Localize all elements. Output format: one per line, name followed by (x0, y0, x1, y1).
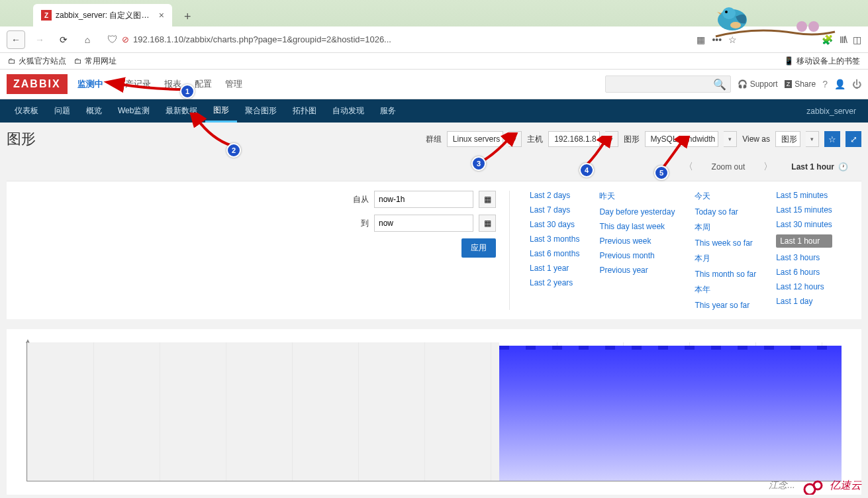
menu-reports[interactable]: 报表 (164, 78, 181, 90)
home-button[interactable]: ⌂ (78, 30, 97, 49)
subnav-problems[interactable]: 问题 (46, 99, 78, 123)
back-button[interactable]: ← (7, 30, 25, 49)
time-next-button[interactable]: 〉 (758, 161, 778, 173)
mobile-icon: 📱 (784, 56, 794, 66)
browser-tab[interactable]: Z zabbix_server: 自定义图表 [每 × (33, 4, 172, 26)
subnav-graphs[interactable]: 图形 (205, 99, 237, 123)
quick-range-link[interactable]: Last 1 year (530, 264, 579, 273)
favorite-button[interactable]: ☆ (824, 131, 840, 147)
viewas-label: View as (742, 134, 770, 144)
watermark-logo-icon (799, 476, 826, 495)
subnav-latest[interactable]: 最新数据 (158, 99, 205, 123)
to-input[interactable] (374, 215, 473, 232)
quick-range-link[interactable]: Previous week (599, 236, 675, 246)
chevron-down-icon[interactable]: ▾ (806, 131, 819, 147)
share-link[interactable]: ZShare (785, 79, 816, 89)
quick-range-link[interactable]: Previous year (599, 266, 675, 275)
subnav-overview[interactable]: 概览 (78, 99, 110, 123)
more-icon[interactable]: ••• (712, 34, 722, 45)
menu-inventory[interactable]: 资产记录 (117, 78, 151, 90)
help-icon[interactable]: ? (822, 79, 828, 89)
power-icon[interactable]: ⏻ (852, 79, 861, 89)
quick-range-link[interactable]: Last 30 days (530, 220, 579, 229)
group-select[interactable]: Linux servers (447, 131, 503, 147)
support-link[interactable]: 🎧Support (738, 79, 778, 89)
quick-range-link[interactable]: Last 3 hours (776, 253, 832, 262)
quick-range-link[interactable]: 本月 (695, 253, 756, 264)
sidebar-icon[interactable]: ◫ (853, 34, 861, 45)
quick-range-link[interactable]: Last 30 minutes (776, 220, 832, 229)
calendar-icon[interactable]: ▦ (479, 215, 496, 232)
reader-icon[interactable]: ▦ (697, 34, 705, 45)
quick-range-link[interactable]: 昨天 (599, 191, 675, 202)
quick-range-link[interactable]: Last 6 hours (776, 268, 832, 277)
search-input[interactable]: 🔍 (605, 75, 731, 93)
subnav-maps[interactable]: 拓扑图 (285, 99, 324, 123)
quick-range-link[interactable]: Today so far (695, 207, 756, 217)
calendar-icon[interactable]: ▦ (479, 191, 496, 208)
quick-range-link[interactable]: Last 2 days (530, 191, 579, 200)
library-icon[interactable]: Ⅲ\ (840, 34, 846, 45)
group-label: 群组 (426, 134, 442, 145)
clock-icon: 🕐 (838, 162, 848, 172)
bookmark-star-icon[interactable]: ☆ (728, 34, 737, 45)
menu-monitoring[interactable]: 监测中 (77, 78, 103, 90)
reload-button[interactable]: ⟳ (54, 30, 73, 49)
quick-range-link[interactable]: 今天 (695, 191, 756, 202)
subnav-web[interactable]: Web监测 (110, 99, 158, 123)
quick-range-link[interactable]: Last 15 minutes (776, 205, 832, 215)
quick-range-link[interactable]: Last 3 months (530, 234, 579, 244)
zabbix-logo[interactable]: ZABBIX (7, 74, 68, 94)
menu-config[interactable]: 配置 (195, 78, 212, 90)
menu-admin[interactable]: 管理 (225, 78, 242, 90)
address-bar: ← → ⟳ ⌂ 🛡 ⊘ 192.168.1.10/zabbix/charts.p… (0, 26, 868, 53)
shield-icon[interactable]: 🛡 (107, 34, 118, 46)
subnav-screens[interactable]: 聚合图形 (237, 99, 285, 123)
quick-range-link[interactable]: Day before yesterday (599, 207, 675, 217)
chart[interactable]: ▲ (26, 342, 842, 481)
time-current[interactable]: Last 1 hour🕐 (791, 162, 848, 172)
bookmark-item[interactable]: 🗀火狐官方站点 (8, 56, 66, 67)
host-select[interactable]: 192.168.1.8 (548, 131, 599, 147)
quick-range-link[interactable]: 本年 (695, 284, 756, 295)
chevron-down-icon[interactable]: ▾ (508, 131, 522, 147)
quick-range-link[interactable]: This week so far (695, 238, 756, 248)
quick-range-link[interactable]: This day last week (599, 222, 675, 231)
url-box[interactable]: 🛡 ⊘ 192.168.1.10/zabbix/charts.php?page=… (102, 30, 691, 50)
time-prev-button[interactable]: 〈 (679, 161, 699, 173)
subnav-dashboard[interactable]: 仪表板 (7, 99, 46, 123)
watermark: 江念... 亿速云 (769, 476, 861, 495)
graph-label: 图形 (624, 134, 640, 145)
mobile-bookmarks[interactable]: 📱移动设备上的书签 (784, 56, 860, 67)
graph-select[interactable]: MySQL bandwidth (645, 131, 719, 147)
quick-range-link[interactable]: Last 1 day (776, 297, 832, 306)
quick-range-link[interactable]: Last 1 hour (776, 234, 832, 248)
chevron-down-icon[interactable]: ▾ (724, 131, 737, 147)
quick-range-link[interactable]: Last 6 months (530, 249, 579, 258)
server-name: zabbix_server (806, 107, 861, 116)
zoom-out-button[interactable]: Zoom out (712, 162, 746, 172)
fullscreen-button[interactable]: ⤢ (845, 131, 861, 147)
apply-button[interactable]: 应用 (461, 238, 496, 258)
extension-icon[interactable]: 🧩 (822, 34, 833, 45)
from-input[interactable] (374, 191, 473, 208)
user-icon[interactable]: 👤 (834, 79, 845, 89)
annotation-badge-5: 5 (654, 166, 669, 180)
subnav-services[interactable]: 服务 (372, 99, 404, 123)
subnav-discovery[interactable]: 自动发现 (324, 99, 372, 123)
quick-range-link[interactable]: This month so far (695, 270, 756, 279)
forward-button[interactable]: → (30, 30, 49, 49)
quick-range-link[interactable]: Last 7 days (530, 205, 579, 215)
quick-range-link[interactable]: Previous month (599, 251, 675, 260)
quick-range-link[interactable]: This year so far (695, 301, 756, 310)
quick-range-link[interactable]: Last 2 years (530, 278, 579, 287)
viewas-select[interactable]: 图形 (775, 131, 800, 147)
chevron-down-icon[interactable]: ▾ (605, 131, 618, 147)
quick-range-link[interactable]: 本周 (695, 222, 756, 233)
new-tab-button[interactable]: + (179, 7, 197, 26)
bookmark-item[interactable]: 🗀常用网址 (74, 56, 117, 67)
tab-close-icon[interactable]: × (159, 10, 164, 21)
quick-range-link[interactable]: Last 5 minutes (776, 191, 832, 200)
quick-range-link[interactable]: Last 12 hours (776, 282, 832, 291)
headset-icon: 🎧 (738, 79, 747, 89)
